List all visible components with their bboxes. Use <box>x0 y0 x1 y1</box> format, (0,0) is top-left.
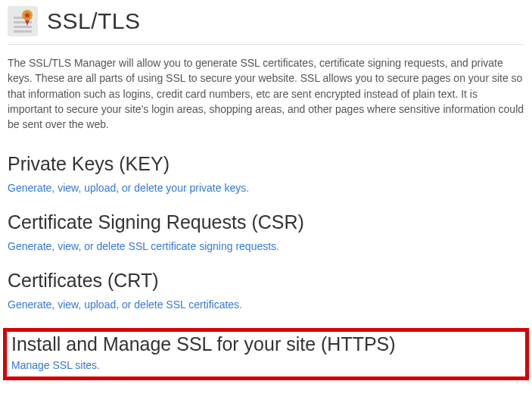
heading-certificates: Certificates (CRT) <box>8 270 524 292</box>
ssl-certificate-icon <box>8 6 38 36</box>
heading-csr: Certificate Signing Requests (CSR) <box>8 211 524 233</box>
link-csr[interactable]: Generate, view, or delete SSL certificat… <box>8 240 279 252</box>
page-title: SSL/TLS <box>47 8 141 34</box>
svg-rect-2 <box>14 26 32 28</box>
svg-rect-1 <box>14 21 32 23</box>
heading-private-keys: Private Keys (KEY) <box>8 153 524 175</box>
section-csr: Certificate Signing Requests (CSR) Gener… <box>0 211 532 253</box>
page-header: SSL/TLS <box>0 0 532 41</box>
section-certificates: Certificates (CRT) Generate, view, uploa… <box>0 270 532 311</box>
link-manage-ssl-sites[interactable]: Manage SSL sites. <box>11 359 100 371</box>
section-private-keys: Private Keys (KEY) Generate, view, uploa… <box>0 153 532 195</box>
heading-install-ssl: Install and Manage SSL for your site (HT… <box>11 333 521 355</box>
section-install-ssl-highlighted: Install and Manage SSL for your site (HT… <box>3 328 529 380</box>
link-private-keys[interactable]: Generate, view, upload, or delete your p… <box>8 182 249 194</box>
svg-rect-3 <box>14 30 32 33</box>
header-divider <box>8 44 524 45</box>
page-description: The SSL/TLS Manager will allow you to ge… <box>0 55 532 132</box>
link-certificates[interactable]: Generate, view, upload, or delete SSL ce… <box>8 298 242 311</box>
